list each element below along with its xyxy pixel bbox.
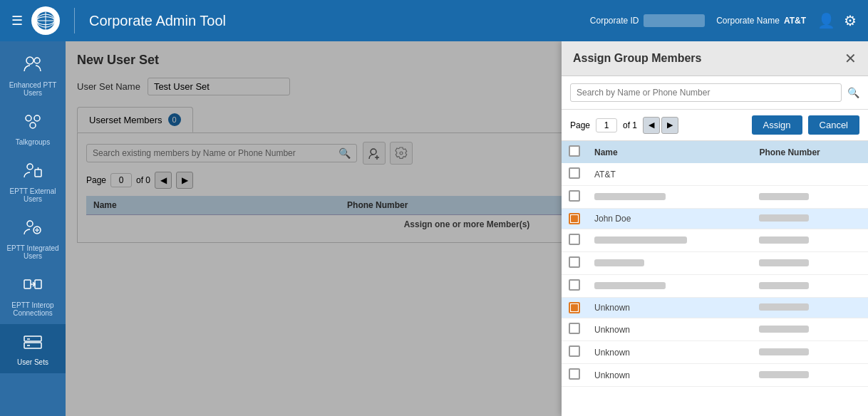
row-phone [752, 364, 868, 387]
modal-toolbar: Page of 1 ◀ ▶ Assign Cancel [562, 110, 868, 141]
table-row [562, 275, 868, 298]
table-row: Unknown [562, 341, 868, 364]
row-checkbox[interactable] [569, 213, 580, 224]
corp-name-value: AT&T [784, 16, 806, 26]
row-name [587, 186, 752, 209]
sidebar-item-eptt-external[interactable]: EPTT External Users [0, 153, 66, 210]
corp-name-label: Corporate Name [716, 16, 780, 26]
table-row: Unknown [562, 298, 868, 318]
table-row [562, 252, 868, 275]
talkgroups-icon [23, 111, 43, 135]
modal-search: 🔍 [562, 76, 868, 110]
svg-rect-20 [24, 343, 41, 348]
col-checkbox-header [562, 141, 587, 163]
row-checkbox-cell [562, 252, 587, 275]
modal-page-label: Page [570, 120, 590, 130]
row-name: Unknown [587, 298, 752, 318]
row-name [587, 275, 752, 298]
row-checkbox[interactable] [569, 256, 580, 268]
modal-header: Assign Group Members ✕ [562, 41, 868, 76]
corp-id-label: Corporate ID [590, 16, 639, 26]
row-checkbox[interactable] [569, 190, 580, 202]
row-checkbox-cell [562, 275, 587, 298]
assign-modal: Assign Group Members ✕ 🔍 Page of 1 ◀ ▶ [562, 41, 868, 416]
svg-point-6 [34, 58, 40, 63]
row-phone [752, 298, 868, 318]
modal-search-button[interactable]: 🔍 [847, 87, 859, 98]
sidebar: Enhanced PTT Users Talkgroups [0, 41, 66, 416]
row-checkbox-cell [562, 298, 587, 318]
row-checkbox-cell [562, 186, 587, 209]
talkgroups-label: Talkgroups [16, 138, 50, 146]
eptt-external-icon [23, 160, 43, 184]
row-checkbox[interactable] [569, 368, 580, 380]
modal-col-name-header: Name [587, 141, 752, 163]
modal-next-btn[interactable]: ▶ [661, 117, 678, 134]
modal-page-of: of 1 [623, 120, 637, 130]
modal-prev-btn[interactable]: ◀ [643, 117, 660, 134]
row-phone [752, 275, 868, 298]
row-name [587, 252, 752, 275]
svg-rect-18 [35, 280, 41, 288]
sidebar-item-user-sets[interactable]: User Sets [0, 324, 66, 373]
eptt-integrated-label: EPTT Integrated Users [3, 244, 63, 260]
svg-point-13 [27, 221, 33, 227]
modal-table-wrap: Name Phone Number AT&TJohn DoeUnknownUnk… [562, 141, 868, 416]
enhanced-ptt-label: Enhanced PTT Users [3, 81, 63, 97]
modal-close-button[interactable]: ✕ [844, 50, 857, 67]
row-checkbox[interactable] [569, 167, 580, 179]
sidebar-item-eptt-integrated[interactable]: EPTT Integrated Users [0, 210, 66, 267]
modal-title: Assign Group Members [573, 52, 701, 65]
row-name: Unknown [587, 364, 752, 387]
row-checkbox[interactable] [569, 234, 580, 245]
main-content: New User Set User Set Name Userset Membe… [66, 41, 868, 416]
row-phone [752, 318, 868, 341]
cancel-button[interactable]: Cancel [808, 115, 859, 135]
eptt-interop-label: EPTT Interop Connections [3, 301, 63, 317]
row-checkbox[interactable] [569, 345, 580, 357]
eptt-external-label: EPTT External Users [3, 187, 63, 203]
table-row [562, 229, 868, 252]
app-title: Corporate Admin Tool [89, 13, 582, 29]
corp-id-section: Corporate ID [590, 14, 705, 27]
row-checkbox-cell [562, 318, 587, 341]
corp-id-value [644, 14, 706, 27]
svg-rect-21 [24, 336, 41, 341]
user-sets-label: User Sets [17, 358, 48, 366]
settings-icon[interactable]: ⚙ [844, 12, 857, 29]
menu-icon[interactable]: ☰ [11, 13, 23, 28]
svg-rect-11 [35, 170, 41, 177]
user-icon[interactable]: 👤 [817, 12, 835, 29]
corp-name-section: Corporate Name AT&T [716, 16, 806, 26]
assign-button[interactable]: Assign [752, 115, 802, 135]
select-all-checkbox[interactable] [569, 145, 580, 157]
modal-col-phone-header: Phone Number [752, 141, 868, 163]
table-row [562, 186, 868, 209]
row-phone [752, 186, 868, 209]
table-row: Unknown [562, 364, 868, 387]
sidebar-item-talkgroups[interactable]: Talkgroups [0, 104, 66, 153]
row-checkbox[interactable] [569, 279, 580, 291]
enhanced-ptt-icon [23, 54, 43, 78]
app-header: ☰ Corporate Admin Tool Corporate ID Corp… [0, 0, 868, 41]
modal-search-input[interactable] [570, 83, 842, 102]
row-phone [752, 341, 868, 364]
modal-page-input[interactable] [596, 118, 617, 132]
row-checkbox-cell [562, 163, 587, 186]
svg-point-9 [30, 123, 36, 128]
att-logo [31, 6, 60, 35]
sidebar-item-eptt-interop[interactable]: EPTT Interop Connections [0, 267, 66, 324]
row-name: John Doe [587, 209, 752, 229]
row-checkbox-cell [562, 229, 587, 252]
svg-point-10 [27, 164, 33, 170]
row-checkbox-cell [562, 341, 587, 364]
row-name: Unknown [587, 318, 752, 341]
row-checkbox[interactable] [569, 323, 580, 334]
row-name: AT&T [587, 163, 752, 186]
user-sets-icon [23, 331, 43, 355]
table-row: John Doe [562, 209, 868, 229]
table-row: AT&T [562, 163, 868, 186]
sidebar-item-enhanced-ptt[interactable]: Enhanced PTT Users [0, 47, 66, 104]
eptt-integrated-icon [23, 217, 43, 241]
row-checkbox[interactable] [569, 302, 580, 313]
